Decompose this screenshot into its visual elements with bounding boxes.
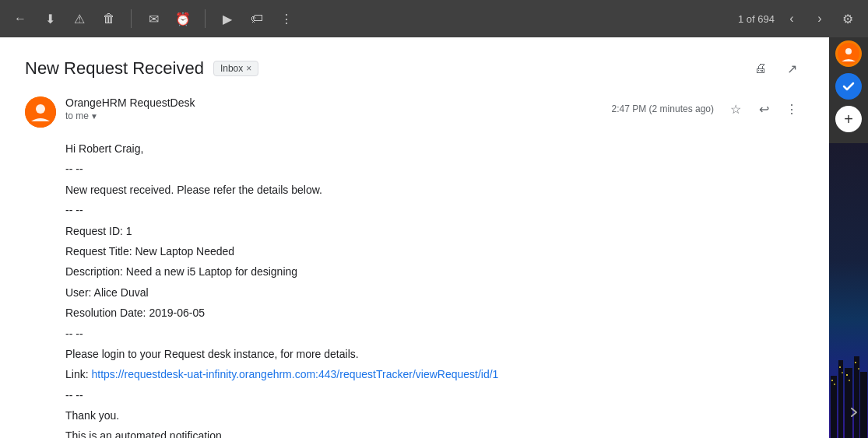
svg-rect-18 — [858, 368, 859, 370]
to-label: to me — [65, 110, 89, 121]
svg-rect-14 — [842, 372, 843, 373]
more-toolbar-button[interactable]: ⋮ — [276, 8, 297, 30]
avatar-image — [25, 96, 56, 128]
body-line-3: New request received. Please refer the d… — [65, 181, 804, 198]
sender-name: OrangeHRM RequestDesk — [65, 96, 195, 109]
body-line-13: -- -- — [65, 387, 804, 404]
open-in-new-button[interactable]: ↗ — [779, 56, 804, 81]
next-email-button[interactable]: › — [809, 8, 831, 30]
svg-rect-16 — [849, 380, 850, 381]
inbox-badge: Inbox × — [213, 61, 258, 76]
back-button[interactable]: ← — [9, 8, 31, 30]
reply-quick-button[interactable]: ↩ — [751, 96, 776, 121]
svg-rect-11 — [831, 380, 833, 381]
body-line-9: Resolution Date: 2019-06-05 — [65, 304, 804, 321]
svg-rect-17 — [855, 362, 856, 363]
spam-button[interactable]: ⚠ — [69, 8, 90, 30]
counter-number: 1 — [738, 13, 743, 25]
svg-point-1 — [36, 104, 45, 114]
counter-total: of 694 — [747, 13, 775, 25]
sidebar-expand-button[interactable] — [846, 405, 862, 422]
email-subject-left: New Request Received Inbox × — [25, 58, 258, 79]
email-time: 2:47 PM (2 minutes ago) — [612, 103, 714, 114]
body-line-10: -- -- — [65, 325, 804, 342]
print-button[interactable]: 🖨 — [748, 56, 773, 81]
inbox-label: Inbox — [220, 63, 243, 74]
settings-button[interactable]: ⚙ — [837, 8, 859, 30]
svg-rect-13 — [839, 366, 841, 368]
svg-rect-15 — [846, 374, 848, 376]
tag-button[interactable]: 🏷 — [246, 8, 268, 30]
body-line-4: -- -- — [65, 201, 804, 219]
video-button[interactable]: ▶ — [216, 8, 238, 30]
svg-rect-8 — [845, 368, 852, 438]
body-line-8: User: Alice Duval — [65, 284, 804, 301]
to-chevron-icon: ▼ — [90, 112, 98, 121]
star-button[interactable]: ☆ — [723, 96, 748, 121]
counter-text: 1 of 694 — [738, 13, 775, 25]
orangehrm-sidebar-icon[interactable] — [835, 40, 862, 67]
sender-info: OrangeHRM RequestDesk to me ▼ — [65, 96, 195, 121]
toolbar-left: ← ⬇ ⚠ 🗑 ✉ ⏰ ▶ 🏷 ⋮ — [9, 8, 738, 30]
body-line-5: Request ID: 1 — [65, 223, 804, 240]
body-line-7: Description: Need a new i5 Laptop for de… — [65, 263, 804, 280]
email-subject-actions: 🖨 ↗ — [748, 56, 804, 81]
body-line-1: Hi Robert Craig, — [65, 140, 804, 157]
toolbar: ← ⬇ ⚠ 🗑 ✉ ⏰ ▶ 🏷 ⋮ 1 of 694 ‹ › ⚙ — [0, 0, 868, 37]
divider — [131, 9, 132, 28]
body-line-15: This is an automated notification. — [65, 427, 804, 438]
email-view: New Request Received Inbox × 🖨 ↗ — [0, 37, 829, 438]
email-subject-title: New Request Received — [25, 58, 204, 79]
sender-to[interactable]: to me ▼ — [65, 110, 195, 121]
svg-rect-12 — [834, 384, 835, 385]
more-email-options-button[interactable]: ⋮ — [779, 96, 804, 121]
divider2 — [205, 9, 206, 28]
body-line-12: Link: https://requestdesk-uat-infinity.o… — [65, 366, 804, 383]
request-link[interactable]: https://requestdesk-uat-infinity.orangeh… — [91, 368, 498, 380]
body-line-2: -- -- — [65, 160, 804, 177]
svg-point-3 — [845, 48, 852, 54]
avatar — [25, 96, 56, 128]
delete-button[interactable]: 🗑 — [98, 8, 120, 30]
archive-button[interactable]: ⬇ — [39, 8, 61, 30]
body-line-14: Thank you. — [65, 407, 804, 424]
toolbar-right: 1 of 694 ‹ › ⚙ — [738, 8, 859, 30]
sender-left: OrangeHRM RequestDesk to me ▼ — [25, 96, 195, 128]
right-sidebar: 31 + — [829, 0, 868, 438]
body-line-11: Please login to your Request desk instan… — [65, 345, 804, 363]
prev-email-button[interactable]: ‹ — [781, 8, 803, 30]
email-subject-bar: New Request Received Inbox × 🖨 ↗ — [25, 56, 804, 81]
sender-actions: 2:47 PM (2 minutes ago) ☆ ↩ ⋮ — [612, 96, 804, 121]
inbox-remove-button[interactable]: × — [246, 63, 251, 74]
body-line-6: Request Title: New Laptop Needed — [65, 243, 804, 260]
clock-button[interactable]: ⏰ — [172, 8, 194, 30]
add-sidebar-button[interactable]: + — [835, 106, 862, 132]
email-button[interactable]: ✉ — [142, 8, 164, 30]
svg-rect-4 — [840, 78, 857, 95]
tasks-sidebar-icon[interactable] — [835, 73, 862, 100]
email-body: Hi Robert Craig, -- -- New request recei… — [25, 140, 804, 438]
sender-row: OrangeHRM RequestDesk to me ▼ 2:47 PM (2… — [25, 96, 804, 128]
